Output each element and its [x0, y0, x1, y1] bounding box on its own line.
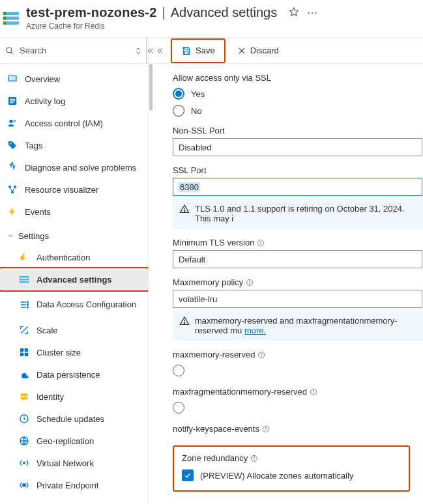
diagnose-icon	[7, 161, 18, 173]
warning-icon	[179, 204, 190, 214]
input-min-tls[interactable]: Default	[173, 250, 422, 268]
radio-ssl-no[interactable]: No	[173, 105, 423, 117]
slider-maxfrag-reserved[interactable]	[173, 402, 423, 415]
persistence-icon	[18, 369, 30, 380]
expand-updown-icon[interactable]	[134, 47, 142, 55]
sidebar-label: Identity	[36, 392, 64, 402]
svg-point-28	[27, 307, 28, 308]
svg-rect-4	[3, 16, 7, 20]
sidebar-label: Advanced settings	[36, 275, 112, 285]
sidebar-group-settings[interactable]: Settings	[0, 225, 148, 246]
label-ssl-port: SSL Port	[173, 165, 423, 175]
sidebar-item-virtual-network[interactable]: Virtual Network	[0, 452, 148, 474]
svg-point-26	[27, 301, 28, 303]
sidebar-item-advanced-settings[interactable]: Advanced settings	[0, 268, 148, 290]
sidebar-label: Data Access Configuration	[36, 300, 136, 310]
sidebar-item-identity[interactable]: Identity	[0, 385, 148, 408]
sidebar-search[interactable]	[0, 38, 147, 64]
input-ssl-port[interactable]: 6380	[173, 178, 422, 196]
svg-rect-29	[20, 348, 23, 352]
sidebar-item-scale[interactable]: Scale	[0, 319, 148, 341]
sidebar-label: Events	[25, 207, 51, 217]
info-icon[interactable]	[310, 388, 317, 396]
private-endpoint-icon	[18, 479, 30, 491]
label-maxmemory-policy: Maxmemory policy	[173, 277, 243, 287]
svg-point-7	[7, 47, 12, 52]
sidebar-item-resource-visualizer[interactable]: Resource visualizer	[0, 178, 148, 201]
svg-rect-33	[21, 393, 28, 399]
sidebar-collapse-all-icon[interactable]	[147, 38, 154, 64]
info-icon[interactable]	[246, 279, 254, 287]
slider-maxmemory-reserved[interactable]	[173, 365, 423, 378]
sidebar-item-firewall[interactable]: Firewall	[0, 496, 148, 504]
sidebar-item-events[interactable]: Events	[0, 201, 148, 223]
save-highlight-frame: Save	[171, 38, 226, 63]
sidebar-item-data-persistence[interactable]: Data persistence	[0, 363, 148, 385]
sidebar-label: Cluster size	[36, 348, 81, 357]
sidebar-group-label: Settings	[18, 231, 49, 241]
sidebar-item-private-endpoint[interactable]: Private Endpoint	[0, 474, 148, 496]
geo-icon	[18, 435, 30, 447]
identity-icon	[18, 391, 30, 402]
sidebar-item-overview[interactable]: Overview	[0, 68, 148, 90]
sidebar-label: Diagnose and solve problems	[25, 163, 136, 173]
sidebar-label: Tags	[25, 141, 42, 150]
search-icon	[5, 46, 14, 55]
sidebar-item-schedule-updates[interactable]: Schedule updates	[0, 408, 148, 430]
sidebar-item-cluster-size[interactable]: Cluster size	[0, 341, 148, 363]
svg-line-8	[11, 51, 13, 53]
scale-icon	[18, 324, 30, 336]
input-maxmemory-policy[interactable]: volatile-lru	[173, 290, 422, 308]
data-access-icon	[18, 299, 30, 311]
sidebar-item-access-control[interactable]: Access control (IAM)	[0, 112, 148, 134]
info-icon[interactable]	[250, 455, 258, 462]
vnet-icon	[18, 457, 30, 469]
sidebar-item-tags[interactable]: Tags	[0, 134, 148, 156]
label-notify-keyspace: notify-keyspace-events	[173, 424, 259, 434]
svg-point-59	[261, 353, 262, 354]
visualizer-icon	[7, 184, 18, 195]
sidebar-item-activity-log[interactable]: Activity log	[0, 90, 148, 112]
favorite-star-icon[interactable]	[289, 7, 299, 19]
panel-collapse-icon[interactable]	[153, 38, 167, 64]
sidebar-item-geo-replication[interactable]: Geo-replication	[0, 430, 148, 452]
discard-button[interactable]: Discard	[229, 41, 287, 61]
svg-rect-25	[20, 281, 29, 283]
link-more[interactable]: more.	[244, 326, 266, 335]
sidebar-item-data-access-config[interactable]: Data Access Configuration	[0, 290, 148, 319]
label-min-tls: Minimum TLS version	[173, 238, 254, 247]
info-icon[interactable]	[257, 239, 265, 247]
save-icon	[181, 46, 192, 56]
activity-log-icon	[7, 95, 18, 107]
svg-rect-12	[10, 99, 15, 100]
svg-point-27	[27, 304, 28, 305]
svg-rect-43	[184, 47, 188, 49]
svg-point-65	[265, 427, 266, 428]
banner-tls-retirement: TLS 1.0 and 1.1 support is retiring on O…	[173, 199, 423, 229]
sidebar-label: Geo-replication	[36, 436, 94, 446]
radio-ssl-yes[interactable]: Yes	[173, 88, 423, 100]
sidebar-search-input[interactable]	[18, 45, 130, 56]
sidebar-label: Schedule updates	[36, 414, 104, 424]
checkbox-allocate-zones[interactable]: (PREVIEW) Allocate zones automatically	[182, 469, 401, 481]
warning-icon	[179, 316, 190, 326]
sidebar: Overview Activity log Access control (IA…	[0, 38, 149, 504]
save-button[interactable]: Save	[173, 41, 223, 61]
more-icon[interactable]: ⋯	[307, 7, 319, 19]
sidebar-label: Scale	[36, 326, 58, 335]
check-icon	[184, 471, 192, 479]
checkbox-box	[182, 469, 194, 481]
cluster-icon	[18, 346, 30, 358]
input-non-ssl-port[interactable]: Disabled	[173, 138, 422, 156]
svg-rect-31	[20, 353, 23, 356]
iam-icon	[7, 117, 18, 129]
sidebar-item-authentication[interactable]: Authentication	[0, 246, 148, 268]
info-icon[interactable]	[257, 351, 265, 359]
sidebar-item-diagnose[interactable]: Diagnose and solve problems	[0, 156, 148, 178]
radio-label: No	[191, 106, 202, 116]
redis-resource-icon	[3, 10, 20, 27]
radio-label: Yes	[191, 89, 205, 99]
content-scrollbar[interactable]	[149, 64, 153, 504]
svg-rect-10	[9, 76, 16, 81]
info-icon[interactable]	[262, 425, 270, 433]
